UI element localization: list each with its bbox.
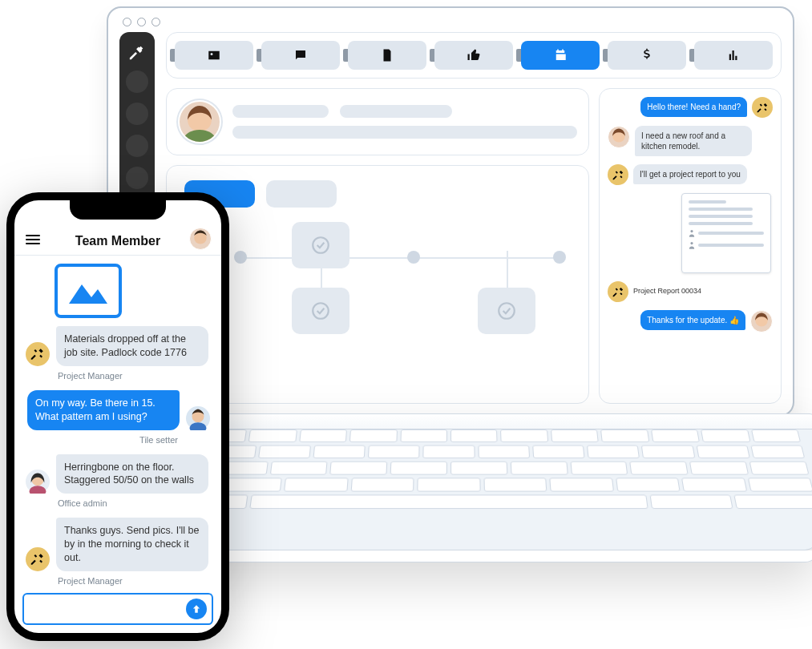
svg-point-7 — [690, 242, 693, 244]
report-attachment[interactable] — [681, 193, 771, 273]
tab-calendar[interactable] — [521, 41, 600, 70]
chat-thread[interactable]: Materials dropped off at the job site. P… — [14, 256, 221, 616]
image-attachment-placeholder[interactable] — [55, 264, 122, 318]
siderail-item[interactable] — [126, 135, 148, 157]
client-chat-panel: Hello there! Need a hand? I need a new r… — [599, 88, 782, 404]
office-admin-avatar — [26, 470, 50, 494]
timeline-node[interactable] — [292, 222, 349, 268]
chat-bubble: I'll get a project report to you — [633, 164, 747, 184]
client-avatar — [608, 126, 630, 148]
contractor-tools-icon — [608, 281, 628, 302]
chat-bubble: Materials dropped off at the job site. P… — [56, 326, 208, 366]
report-label-row: Project Report 00034 — [608, 281, 773, 302]
timeline-node[interactable] — [292, 288, 349, 334]
chat-bubble: Thanks guys. Send pics. I'll be by in th… — [56, 518, 208, 571]
tab-analytics[interactable] — [694, 41, 773, 70]
arrow-up-icon — [191, 603, 202, 615]
phone-notch — [70, 200, 166, 220]
hammer-logo-icon — [128, 43, 146, 61]
svg-marker-10 — [69, 284, 107, 304]
timeline-node[interactable] — [478, 288, 535, 334]
chat-message-incoming: Herringbone on the floor. Staggered 50/5… — [26, 454, 210, 494]
phone-device: Team Member Materials dropped off at the… — [6, 192, 229, 641]
timeline — [184, 222, 571, 389]
tile-setter-avatar — [186, 406, 210, 430]
profile-summary-card — [166, 88, 589, 155]
chat-message-incoming: Materials dropped off at the job site. P… — [26, 326, 210, 366]
phone-title: Team Member — [75, 234, 160, 248]
siderail-item[interactable] — [126, 71, 148, 93]
chat-message-outgoing: Hello there! Need a hand? — [608, 97, 773, 118]
svg-point-2 — [313, 237, 329, 253]
contractor-tools-icon — [608, 164, 628, 185]
project-manager-tools-icon — [26, 342, 50, 366]
contractor-tools-icon — [752, 97, 773, 118]
window-controls[interactable] — [123, 18, 160, 26]
chat-bubble: Herringbone on the floor. Staggered 50/5… — [56, 454, 208, 494]
project-manager-tools-icon — [26, 547, 50, 571]
siderail-item[interactable] — [126, 103, 148, 125]
tab-invoice[interactable] — [348, 41, 426, 70]
timeline-card — [166, 165, 589, 404]
chat-bubble: Thanks for the update. 👍 — [640, 310, 745, 330]
tab-contact[interactable] — [175, 41, 253, 70]
tab-approve[interactable] — [434, 41, 513, 70]
chat-message-outgoing: On my way. Be there in 15. What pattern … — [26, 390, 210, 430]
current-user-avatar[interactable] — [189, 228, 212, 250]
siderail-item[interactable] — [126, 167, 148, 189]
message-input[interactable] — [29, 603, 186, 616]
menu-icon[interactable] — [26, 232, 40, 247]
sender-label: Tile setter — [26, 435, 178, 445]
profile-placeholder-lines — [232, 105, 577, 139]
chat-message-incoming: I'll get a project report to you — [608, 164, 773, 185]
svg-point-1 — [184, 130, 216, 142]
chat-bubble: I need a new roof and a kitchen remodel. — [635, 126, 752, 156]
svg-point-4 — [499, 303, 515, 319]
chat-message-outgoing: Thanks for the update. 👍 — [608, 310, 773, 333]
message-input-bar — [22, 593, 213, 625]
report-filename: Project Report 00034 — [633, 287, 701, 296]
top-tabbar — [166, 32, 782, 79]
svg-point-6 — [690, 230, 693, 232]
sender-label: Project Manager — [58, 371, 210, 381]
chat-message-incoming: Thanks guys. Send pics. I'll be by in th… — [26, 518, 210, 571]
svg-point-3 — [313, 303, 329, 319]
profile-avatar[interactable] — [178, 100, 221, 143]
chat-bubble: On my way. Be there in 15. What pattern … — [27, 390, 180, 430]
sender-label: Office admin — [58, 498, 210, 508]
tab-chat[interactable] — [261, 41, 340, 70]
chat-bubble: Hello there! Need a hand? — [640, 97, 747, 117]
send-button[interactable] — [186, 599, 207, 619]
chat-message-incoming: I need a new roof and a kitchen remodel. — [608, 126, 773, 156]
sender-label: Project Manager — [58, 576, 210, 586]
tab-payments[interactable] — [608, 41, 686, 70]
timeline-filter[interactable] — [266, 180, 337, 208]
client-avatar — [750, 310, 773, 333]
